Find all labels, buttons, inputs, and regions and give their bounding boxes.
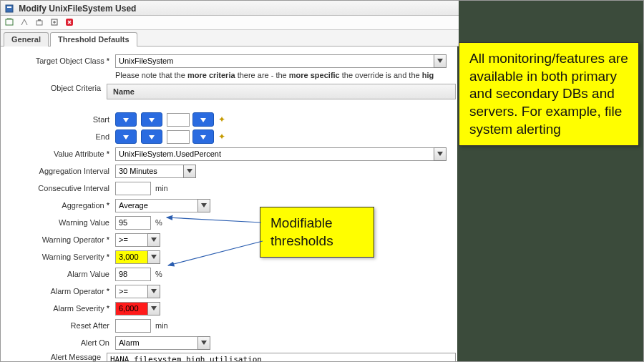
agg-interval-dropdown[interactable] (183, 165, 196, 178)
tab-strip: General Threshold Defaults (1, 30, 459, 47)
criteria-col-name: Name (113, 87, 135, 96)
label-alarm-op: Alarm Operator (4, 287, 115, 295)
warn-sev-dropdown[interactable] (147, 250, 160, 264)
value-attr-dropdown[interactable] (434, 147, 447, 161)
svg-rect-1 (7, 6, 11, 8)
callout-thresholds-note: Modifiable thresholds (260, 207, 374, 258)
warn-op-dropdown[interactable] (147, 233, 160, 247)
warn-sev-field[interactable] (115, 250, 148, 264)
alert-msg-field[interactable] (107, 353, 456, 362)
start-sel-3[interactable] (192, 112, 214, 127)
end-sel-1[interactable] (115, 129, 137, 144)
dialog-toolbar (1, 16, 459, 30)
callout-monitoring-note: All monitoring/features are available in… (459, 42, 639, 146)
start-sel-2[interactable] (141, 112, 162, 127)
alarm-value-field[interactable] (115, 268, 151, 281)
unit-pct-1: % (155, 218, 162, 227)
label-target-class: Target Object Class (4, 57, 115, 65)
agg-interval-field[interactable] (115, 165, 184, 178)
start-wand-icon[interactable]: ✦ (218, 114, 225, 124)
label-object-criteria: Object Criteria (4, 84, 107, 92)
tb-icon-1[interactable] (5, 18, 14, 28)
alarm-op-field[interactable] (115, 285, 148, 298)
svg-rect-2 (6, 19, 13, 25)
svg-rect-0 (6, 5, 13, 12)
label-warn-op: Warning Operator (4, 235, 115, 244)
label-alarm-sev: Alarm Severity (4, 304, 115, 313)
alert-on-dropdown[interactable] (197, 336, 210, 350)
start-sel-1[interactable] (115, 112, 137, 127)
alarm-op-dropdown[interactable] (147, 285, 160, 298)
unit-min-1: min (155, 184, 168, 192)
app-icon (5, 4, 14, 13)
warn-op-field[interactable] (115, 233, 148, 247)
label-value-attr: Value Attribute (4, 150, 115, 158)
end-sel-3[interactable] (192, 129, 214, 144)
tb-icon-4[interactable] (50, 18, 59, 28)
dialog-titlebar: Modify UnixFileSystem Used (1, 1, 459, 16)
aggregation-field[interactable] (115, 199, 198, 212)
reset-after-field[interactable] (115, 319, 151, 333)
label-warn-sev: Warning Serverity (4, 253, 115, 261)
criteria-grid-header[interactable]: Name (107, 84, 456, 99)
warn-value-field[interactable] (115, 216, 151, 230)
label-warn-value: Warning Value (4, 218, 115, 227)
tb-icon-3[interactable] (35, 18, 44, 28)
alarm-sev-field[interactable] (115, 302, 148, 315)
end-text[interactable] (167, 130, 190, 144)
label-reset-after: Reset After (4, 321, 115, 330)
label-aggregation: Aggregation (4, 201, 115, 210)
target-class-field[interactable] (115, 54, 434, 68)
target-class-dropdown[interactable] (434, 54, 447, 68)
label-alarm-value: Alarm Value (4, 270, 115, 278)
label-alert-on: Alert On (4, 338, 115, 347)
label-start: Start (4, 115, 115, 124)
label-end: End (4, 132, 115, 141)
criteria-note: Please note that the more criteria there… (4, 71, 456, 84)
alarm-sev-dropdown[interactable] (147, 302, 160, 315)
alert-on-field[interactable] (115, 336, 198, 350)
tab-threshold-defaults[interactable]: Threshold Defaults (50, 32, 137, 47)
aggregation-dropdown[interactable] (197, 199, 210, 212)
svg-rect-4 (38, 19, 41, 21)
dialog-title: Modify UnixFileSystem Used (19, 4, 136, 14)
consec-interval-field[interactable] (115, 182, 151, 195)
tb-icon-2[interactable] (20, 18, 29, 28)
end-sel-2[interactable] (141, 129, 162, 144)
value-attr-field[interactable] (115, 147, 434, 161)
form-body: Target Object Class Please note that the… (1, 47, 459, 362)
tab-general[interactable]: General (4, 32, 49, 47)
start-text[interactable] (167, 113, 190, 127)
tb-icon-5[interactable] (65, 18, 74, 28)
label-agg-interval: Aggregation Interval (4, 167, 115, 175)
svg-rect-3 (36, 21, 42, 25)
label-consec-interval: Consecutive Interval (4, 184, 115, 192)
end-wand-icon[interactable]: ✦ (218, 132, 225, 142)
unit-pct-2: % (155, 270, 162, 278)
label-alert-msg: Alert Message (4, 353, 107, 361)
modify-dialog: Modify UnixFileSystem Used General Thres… (1, 1, 459, 362)
unit-min-2: min (155, 321, 168, 330)
